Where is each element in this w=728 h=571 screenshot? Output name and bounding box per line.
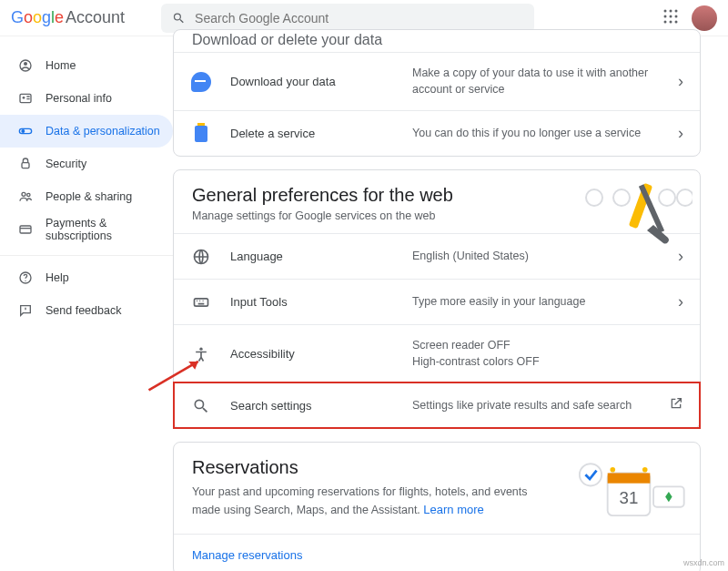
row-language[interactable]: Language English (United States) › <box>174 233 700 279</box>
card-title: Reservations <box>192 457 554 478</box>
home-icon <box>18 58 33 73</box>
chevron-right-icon: › <box>678 247 683 266</box>
row-search-settings[interactable]: Search settings Settings like private re… <box>174 382 700 428</box>
row-desc: You can do this if you no longer use a s… <box>412 126 678 142</box>
avatar[interactable] <box>692 5 717 31</box>
data-card: Download or delete your data Download yo… <box>173 29 701 157</box>
svg-point-8 <box>675 21 678 24</box>
row-label: Input Tools <box>230 295 412 309</box>
sidebar-item-feedback[interactable]: Send feedback <box>0 294 173 327</box>
svg-point-20 <box>25 280 25 281</box>
svg-point-1 <box>670 10 672 13</box>
open-external-icon <box>669 396 683 415</box>
sidebar: Home Personal info Data & personalizatio… <box>0 36 173 571</box>
svg-point-17 <box>27 193 30 196</box>
feedback-icon <box>18 303 33 318</box>
svg-point-12 <box>23 97 25 99</box>
sidebar-item-help[interactable]: Help <box>0 261 173 294</box>
annotation-arrow <box>146 351 209 399</box>
row-desc: Type more easily in your language <box>412 294 678 311</box>
sidebar-item-label: People & sharing <box>46 190 132 203</box>
card-subtitle: Manage settings for Google services on t… <box>174 209 700 233</box>
svg-point-3 <box>664 15 667 18</box>
people-icon <box>18 189 33 204</box>
row-label: Search settings <box>230 399 412 413</box>
keyboard-icon <box>190 293 212 311</box>
prefs-card: General preferences for the web Manage s… <box>173 169 701 429</box>
sidebar-item-people[interactable]: People & sharing <box>0 180 173 213</box>
main-content: Download or delete your data Download yo… <box>173 36 728 571</box>
row-desc: Settings like private results and safe s… <box>412 398 669 414</box>
svg-point-2 <box>675 10 678 13</box>
row-accessibility[interactable]: Accessibility Screen reader OFF High-con… <box>174 324 700 382</box>
row-desc: English (United States) <box>412 249 678 265</box>
row-label: Accessibility <box>230 347 412 361</box>
reservations-card: 31 Reservations Your past and upcoming r… <box>173 442 701 571</box>
svg-point-5 <box>675 15 678 18</box>
sidebar-item-label: Send feedback <box>46 304 121 317</box>
toggle-icon <box>18 124 33 138</box>
chevron-right-icon: › <box>678 292 683 311</box>
search-icon <box>190 397 212 415</box>
svg-point-7 <box>670 21 672 24</box>
row-input-tools[interactable]: Input Tools Type more easily in your lan… <box>174 279 700 324</box>
lock-icon <box>18 157 33 171</box>
chevron-right-icon: › <box>678 72 683 91</box>
search-box[interactable] <box>161 4 534 33</box>
search-icon <box>172 11 186 25</box>
card-title: Download or delete your data <box>174 30 700 52</box>
google-logo: Google <box>11 8 64 27</box>
svg-rect-28 <box>195 298 208 305</box>
chevron-right-icon: › <box>678 124 683 143</box>
cloud-download-icon <box>190 72 212 92</box>
sidebar-item-home[interactable]: Home <box>0 49 173 82</box>
svg-point-4 <box>670 15 672 18</box>
sidebar-item-payments[interactable]: Payments & subscriptions <box>0 213 173 246</box>
watermark: wsxdn.com <box>683 558 724 567</box>
svg-point-10 <box>24 62 27 66</box>
help-icon <box>18 270 33 285</box>
sidebar-item-label: Help <box>46 271 69 284</box>
learn-more-link[interactable]: Learn more <box>423 503 483 516</box>
manage-reservations-link[interactable]: Manage reservations <box>192 548 302 562</box>
sidebar-item-label: Home <box>46 59 76 72</box>
globe-icon <box>190 248 212 266</box>
sidebar-item-label: Personal info <box>46 92 112 105</box>
sidebar-item-label: Security <box>46 158 86 170</box>
row-desc: Make a copy of your data to use it with … <box>412 66 678 97</box>
sidebar-item-label: Payments & subscriptions <box>46 217 173 242</box>
row-label: Download your data <box>230 75 412 88</box>
sidebar-item-label: Data & personalization <box>46 125 160 138</box>
trash-icon <box>190 126 212 142</box>
apps-icon[interactable] <box>662 8 679 27</box>
sidebar-item-personal[interactable]: Personal info <box>0 82 173 115</box>
sidebar-item-security[interactable]: Security <box>0 148 173 180</box>
row-label: Delete a service <box>230 127 412 140</box>
svg-point-29 <box>199 347 202 350</box>
svg-point-14 <box>21 129 25 133</box>
account-label: Account <box>66 8 125 27</box>
svg-rect-15 <box>22 163 29 168</box>
search-input[interactable] <box>195 11 523 25</box>
sidebar-item-data[interactable]: Data & personalization <box>0 115 173 148</box>
svg-point-16 <box>22 192 25 196</box>
payment-icon <box>18 222 33 237</box>
row-download-data[interactable]: Download your data Make a copy of your d… <box>174 52 700 110</box>
card-desc: Your past and upcoming reservations for … <box>192 484 554 519</box>
card-title: General preferences for the web <box>174 170 700 209</box>
svg-line-37 <box>149 362 198 391</box>
row-delete-service[interactable]: Delete a service You can do this if you … <box>174 110 700 156</box>
svg-point-0 <box>664 10 667 13</box>
svg-rect-18 <box>20 226 31 233</box>
row-label: Language <box>230 250 412 263</box>
svg-point-6 <box>664 21 667 24</box>
row-desc: Screen reader OFF High-contrast colors O… <box>412 338 683 370</box>
card-icon <box>18 91 33 106</box>
